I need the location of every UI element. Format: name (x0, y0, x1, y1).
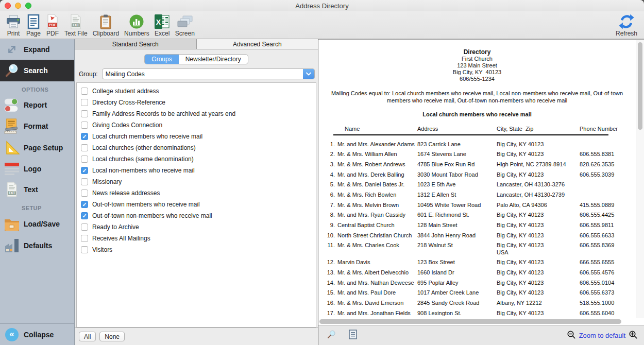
church-phone: 606/555-1234 (319, 76, 635, 82)
pdf-file-icon: PDF (46, 13, 59, 30)
checkbox[interactable] (81, 99, 88, 106)
checkbox[interactable] (81, 246, 88, 253)
checkbox-row[interactable]: Local church members who receive mail (77, 131, 316, 142)
checkbox-row[interactable]: Visitors (77, 244, 316, 255)
checkbox[interactable] (81, 235, 88, 242)
row-number: 17. (323, 310, 337, 317)
group-dropdown-value: Mailing Codes (103, 69, 303, 79)
row-city: Big City, KY 40123 (497, 151, 580, 158)
row-city: Big City, KY 40123 USA (497, 242, 580, 256)
sidebar-item-format[interactable]: Format (0, 115, 74, 137)
tab-standard-search[interactable]: Standard Search (75, 39, 196, 49)
checkbox[interactable] (81, 144, 88, 151)
checkbox-label: Out-of-town non-members who receive mail (92, 212, 212, 219)
sidebar-item-load-save[interactable]: Load/Save (0, 213, 74, 235)
chevron-down-icon[interactable] (303, 69, 314, 79)
checkbox[interactable] (81, 167, 88, 174)
preview-panel: Directory First Church 123 Main Street B… (318, 39, 644, 345)
sidebar-options-header: OPTIONS (0, 81, 74, 95)
vertical-scroll-thumb[interactable] (638, 42, 642, 130)
sidebar-item-collapse[interactable]: « Collapse (0, 323, 74, 345)
preview-viewport: Directory First Church 123 Main Street B… (318, 39, 644, 325)
table-row: 16. Mr. & Mrs. David Emerson 2845 Sandy … (323, 298, 623, 308)
search-panel: Standard Search Advanced Search Groups N… (75, 39, 318, 345)
text-file-button[interactable]: TXT Text File (62, 12, 90, 38)
row-address: 908 Lexington St. (417, 310, 497, 317)
sidebar-item-page-setup[interactable]: Page Setup (0, 137, 74, 159)
sidebar-item-defaults[interactable]: Defaults (0, 235, 74, 256)
tab-advanced-search[interactable]: Advanced Search (196, 39, 318, 49)
sidebar-item-report[interactable]: Report (0, 95, 74, 115)
printer-icon (6, 13, 21, 30)
checkbox-row[interactable]: News release addresses (77, 187, 316, 199)
vertical-scrollbar[interactable] (636, 40, 644, 318)
checkbox[interactable] (81, 122, 88, 129)
checkbox-row[interactable]: Local non-members who receive mail (77, 165, 316, 176)
screen-button[interactable]: Screen (173, 12, 197, 38)
page-button[interactable]: Page (24, 12, 43, 38)
checkbox-row[interactable]: College student address (77, 85, 316, 97)
excel-button[interactable]: X Excel (152, 12, 173, 38)
expand-icon (0, 42, 24, 57)
search-icon (0, 63, 24, 78)
row-name: Mr. & Mrs. Melvin Brown (337, 202, 417, 209)
sidebar-item-text[interactable]: TXT Text (0, 179, 74, 200)
table-row: 6. Mr. & Mrs. Rich Bowlen 1312 E Allen S… (323, 190, 623, 200)
checkbox-label: Out-of-town members who receive mail (92, 201, 200, 208)
table-row: 5. Mr. & Mrs. Daniel Bates Jr. 1023 E 5t… (323, 180, 623, 190)
checkbox-row[interactable]: Directory Cross-Reference (77, 97, 316, 108)
row-number: 6. (323, 192, 337, 198)
checkbox[interactable] (81, 212, 88, 219)
none-button[interactable]: None (99, 332, 125, 341)
preview-search-icon[interactable] (327, 330, 336, 341)
preview-document-icon[interactable] (349, 330, 357, 341)
segment-groups[interactable]: Groups (145, 55, 178, 64)
sidebar-item-expand[interactable]: Expand (0, 39, 74, 60)
zoom-out-icon[interactable] (567, 330, 576, 341)
horizontal-scrollbar[interactable] (319, 319, 634, 324)
checkbox[interactable] (81, 88, 88, 95)
checkbox-row[interactable]: Local churches (other denominations) (77, 142, 316, 153)
table-row: 14. Mr. and Mrs. Nathan Deweese 695 Popl… (323, 278, 623, 288)
checkbox[interactable] (81, 156, 88, 163)
checkbox-row[interactable]: Missionary (77, 176, 316, 187)
checkbox-row[interactable]: Out-of-town non-members who receive mail (77, 210, 316, 221)
row-city: Palo Alto, CA 94306 (497, 202, 580, 209)
checkbox-row[interactable]: Receives All Mailings (77, 233, 316, 244)
checkbox[interactable] (81, 178, 88, 185)
checkbox-row[interactable]: Giving Codes Connection (77, 119, 316, 131)
print-button[interactable]: Print (3, 12, 24, 38)
all-button[interactable]: All (79, 332, 96, 341)
row-number: 7. (323, 202, 337, 209)
folder-icon (0, 217, 24, 231)
segment-newsletter-directory[interactable]: Newsletter/Directory (179, 55, 248, 64)
zoom-to-default-link[interactable]: Zoom to default (579, 332, 625, 339)
checkbox-row[interactable]: Local churches (same denomination) (77, 153, 316, 165)
checkbox-row[interactable]: Out-of-town members who receive mail (77, 199, 316, 210)
checkbox-row[interactable]: Ready to Archive (77, 221, 316, 233)
row-address: 2845 Sandy Creek Road (417, 300, 497, 306)
row-city: Big City, KY 40123 (497, 269, 580, 276)
clipboard-button[interactable]: Clipboard (90, 12, 122, 38)
sidebar-item-search[interactable]: Search (0, 60, 74, 81)
checkbox[interactable] (81, 133, 88, 140)
numbers-button[interactable]: Numbers (122, 12, 152, 38)
checkbox[interactable] (81, 189, 88, 197)
group-dropdown[interactable]: Mailing Codes (102, 68, 315, 79)
checkbox[interactable] (81, 223, 88, 231)
church-name: First Church (319, 56, 635, 62)
refresh-button[interactable]: Refresh (613, 12, 640, 38)
col-phone-number: Phone Number (580, 126, 623, 132)
row-phone: 666.555.6555 (580, 259, 623, 266)
sidebar-item-logo[interactable]: Logo (0, 159, 74, 179)
zoom-in-icon[interactable] (629, 330, 638, 341)
horizontal-scroll-thumb[interactable] (319, 319, 621, 324)
pdf-button[interactable]: PDF PDF (43, 12, 62, 38)
row-city: Big City, KY 40123 (497, 232, 580, 239)
checkbox[interactable] (81, 110, 88, 117)
checkbox[interactable] (81, 201, 88, 208)
row-city: Big City, KY 40123 (497, 259, 580, 266)
row-address: 1017 Amber Creek Lane (417, 289, 497, 296)
row-address: 4785 Blue Fox Run Rd (417, 161, 497, 168)
checkbox-row[interactable]: Family Address Records to be archived at… (77, 108, 316, 119)
